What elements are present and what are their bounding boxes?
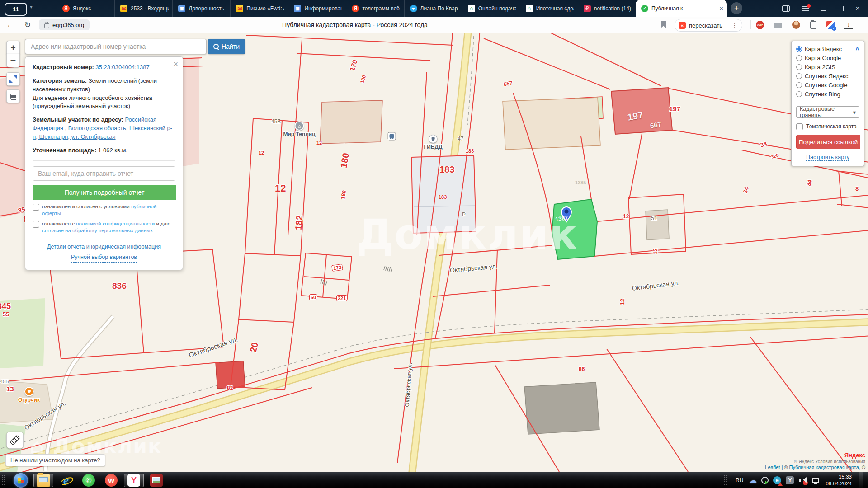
taskbar-apps xyxy=(8,474,166,487)
parcel-label: 12 xyxy=(275,183,286,194)
layer-option[interactable]: Спутник Google xyxy=(796,82,859,89)
ext-clipboard-icon[interactable] xyxy=(810,21,816,29)
taskbar-app-button[interactable] xyxy=(124,474,144,487)
retell-button[interactable]: пересказать ⋮ xyxy=(675,19,742,32)
map-attribution: Яндекс © Яндекс Условия использования Le… xyxy=(765,452,865,471)
measure-button[interactable] xyxy=(6,432,24,449)
browser-tab[interactable]: телеграмм веб × xyxy=(346,0,404,17)
share-link-button[interactable]: Поделиться ссылкой xyxy=(796,135,860,149)
side-panels-icon[interactable] xyxy=(782,5,790,12)
volume-muted-icon[interactable]: × xyxy=(798,476,807,484)
layer-option[interactable]: Карта Яндекс xyxy=(796,46,859,52)
close-icon[interactable]: × xyxy=(717,5,723,12)
yandex-logo[interactable]: Яндекс xyxy=(765,452,865,459)
privacy-checkbox-row: ознакомлен с политикой конфиденциальност… xyxy=(33,221,175,235)
poi[interactable]: ГИБДД xyxy=(424,135,442,150)
taskbar-app-button[interactable] xyxy=(101,474,121,487)
browser-tab[interactable]: Яндекс × xyxy=(57,0,114,17)
windows-taskbar: RU × 15:33 08.04.2024 xyxy=(0,472,868,488)
browser-tab[interactable]: notification (14) × xyxy=(578,0,636,17)
parcel-label: 12 xyxy=(623,213,629,220)
bookmark-icon[interactable] xyxy=(661,21,666,28)
cloud-icon[interactable] xyxy=(749,476,757,484)
taskbar-app-button[interactable] xyxy=(33,474,53,487)
layer-option[interactable]: Спутник Bing xyxy=(796,91,859,98)
parcel-label: 45Б xyxy=(0,379,9,384)
poi[interactable]: Мир Теплиц xyxy=(283,121,315,137)
clock[interactable]: 15:33 08.04.2024 xyxy=(826,474,852,487)
ruler-icon xyxy=(10,435,20,446)
personal-data-link[interactable]: согласие на обработку персональных данны… xyxy=(42,228,153,233)
tab-counter-button[interactable]: 11 xyxy=(5,3,27,16)
maximize-button[interactable] xyxy=(838,6,844,11)
parcel-label: 51 xyxy=(651,215,657,221)
close-window-button[interactable]: × xyxy=(855,5,860,12)
ext-color-icon[interactable] xyxy=(826,21,835,29)
radio-icon xyxy=(796,55,802,61)
address-bar[interactable]: egrp365.org xyxy=(39,19,90,30)
show-desktop-button[interactable] xyxy=(859,472,863,488)
taskbar-app-button[interactable] xyxy=(56,474,76,487)
parcel-label: 82 xyxy=(227,385,233,391)
ext-grey-icon[interactable] xyxy=(774,23,782,28)
boundaries-select[interactable]: Кадастровые границы ▾ xyxy=(796,106,859,118)
privacy-checkbox[interactable] xyxy=(33,221,39,228)
radio-icon xyxy=(796,73,802,79)
taskbar-app-button[interactable] xyxy=(11,474,31,487)
autostart-icon[interactable] xyxy=(761,477,769,484)
browser-tab[interactable]: 2533 · Входящие × xyxy=(114,0,172,17)
zoom-out-button[interactable]: − xyxy=(6,54,20,67)
collapse-chevron-icon[interactable]: ∧ xyxy=(855,45,859,52)
more-options-icon[interactable]: ⋮ xyxy=(729,22,740,29)
browser-tab[interactable]: Доверенность 3 × xyxy=(172,0,230,17)
browser-tab[interactable]: Лиана По Квар × xyxy=(404,0,462,17)
garden-icon xyxy=(294,121,304,131)
taskbar-app-button[interactable] xyxy=(146,474,166,487)
reload-button[interactable]: ↻ xyxy=(21,17,34,33)
new-tab-button[interactable]: + xyxy=(731,2,742,14)
parcel-label: 12 xyxy=(652,249,659,254)
yandex-grey-icon[interactable] xyxy=(786,476,794,484)
zoom-in-button[interactable]: + xyxy=(6,41,20,54)
docs-icon xyxy=(294,5,301,12)
language-indicator[interactable]: RU xyxy=(736,477,743,483)
get-report-button[interactable]: Получить подробный отчет xyxy=(33,185,176,200)
tab-list-chevron-icon[interactable]: ▾ xyxy=(30,4,33,10)
email-field[interactable] xyxy=(33,166,175,181)
back-button[interactable]: ← xyxy=(4,17,17,33)
find-button[interactable]: Найти xyxy=(208,39,245,54)
thematic-checkbox[interactable] xyxy=(796,123,803,130)
privacy-policy-link[interactable]: политикой конфиденциальности xyxy=(76,221,155,226)
not-found-button[interactable]: Не нашли участок/дом на карте? xyxy=(5,454,105,466)
close-icon[interactable]: × xyxy=(173,60,178,69)
configure-map-link[interactable]: Настроить карту xyxy=(796,154,859,160)
yandex-icon xyxy=(62,5,70,12)
ext-person-icon[interactable] xyxy=(792,21,800,29)
yandex-terms-link[interactable]: © Яндекс Условия использования xyxy=(765,459,865,465)
taskbar-app-button[interactable] xyxy=(79,474,99,487)
poi[interactable]: Огурчик xyxy=(18,387,40,403)
layer-option[interactable]: Карта 2GIS xyxy=(796,64,859,70)
cadastral-number-link[interactable]: 35:23:0304004:1387 xyxy=(95,64,149,70)
browser-tab[interactable]: Ипотечная сдел × xyxy=(520,0,578,17)
browser-tab[interactable]: Публичная к × xyxy=(636,0,727,17)
browser-tab[interactable]: Письмо «Fwd: A × xyxy=(230,0,288,17)
adblock-icon[interactable] xyxy=(756,21,764,29)
browser-menu-icon[interactable] xyxy=(802,6,809,11)
minimize-button[interactable] xyxy=(821,10,826,11)
eset-icon[interactable] xyxy=(773,476,781,484)
print-button[interactable] xyxy=(6,89,20,103)
domclick-icon xyxy=(526,5,533,12)
police-icon xyxy=(429,135,438,143)
browser-tab[interactable]: Онлайн подача × xyxy=(462,0,520,17)
network-icon[interactable] xyxy=(811,476,819,484)
download-icon[interactable] xyxy=(844,21,853,29)
browser-tab[interactable]: Информирован × xyxy=(288,0,346,17)
layer-option[interactable]: Спутник Яндекс xyxy=(796,73,859,80)
report-details-link[interactable]: Детали отчета и юридическая информация xyxy=(47,242,161,252)
manual-select-link[interactable]: Ручной выбор вариантов xyxy=(71,253,137,263)
fullscreen-button[interactable] xyxy=(6,72,20,86)
offer-checkbox[interactable] xyxy=(33,204,39,211)
layer-option[interactable]: Карта Google xyxy=(796,55,859,61)
search-input[interactable] xyxy=(25,39,206,54)
